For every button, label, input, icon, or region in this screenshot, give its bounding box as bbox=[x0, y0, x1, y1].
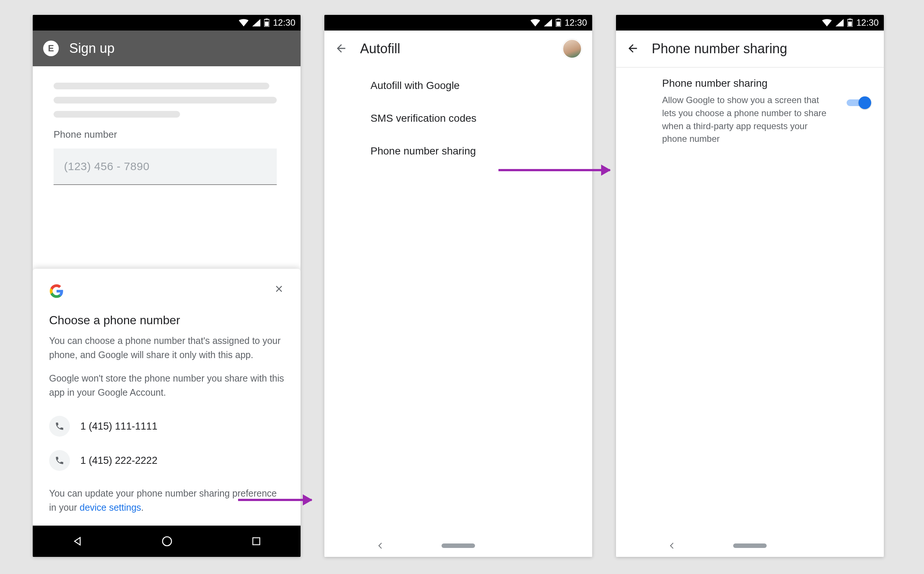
appbar-title: Autofill bbox=[360, 41, 400, 57]
wifi-icon bbox=[530, 19, 540, 27]
battery-icon bbox=[847, 19, 853, 27]
toggle-switch[interactable] bbox=[847, 95, 871, 110]
gesture-pill[interactable] bbox=[733, 544, 767, 548]
screen-phone-sharing-setting: 12:30 Phone number sharing Phone number … bbox=[616, 15, 884, 557]
phone-field-label: Phone number bbox=[53, 129, 280, 140]
status-bar: 12:30 bbox=[324, 15, 592, 30]
sheet-paragraph: Google won't store the phone number you … bbox=[49, 372, 284, 399]
phone-option-number: 1 (415) 111-1111 bbox=[80, 421, 157, 432]
settings-item-sms-codes[interactable]: SMS verification codes bbox=[324, 102, 592, 135]
phone-icon bbox=[49, 450, 70, 471]
google-logo-icon bbox=[49, 284, 64, 300]
setting-subtitle: Allow Google to show you a screen that l… bbox=[662, 94, 833, 145]
status-time: 12:30 bbox=[856, 17, 878, 28]
svg-rect-6 bbox=[557, 19, 559, 20]
back-button[interactable] bbox=[626, 42, 639, 56]
phone-picker-sheet: Choose a phone number You can choose a p… bbox=[33, 269, 300, 526]
gesture-bar bbox=[616, 535, 884, 557]
settings-item-autofill-google[interactable]: Autofill with Google bbox=[324, 69, 592, 102]
phone-input[interactable] bbox=[53, 148, 277, 185]
arrow-left-icon bbox=[626, 50, 639, 56]
appbar: E Sign up bbox=[33, 30, 300, 66]
phone-sharing-toggle-row[interactable]: Phone number sharing Allow Google to sho… bbox=[616, 67, 884, 156]
battery-icon bbox=[264, 19, 269, 27]
cell-signal-icon bbox=[836, 19, 844, 27]
wifi-icon bbox=[822, 19, 832, 27]
flow-arrow-icon bbox=[238, 499, 312, 501]
svg-rect-2 bbox=[265, 22, 269, 26]
settings-item-phone-sharing[interactable]: Phone number sharing bbox=[324, 135, 592, 167]
skeleton-line bbox=[53, 83, 269, 89]
screen-autofill-settings: 12:30 Autofill Autofill with Google SMS … bbox=[324, 15, 592, 557]
nav-bar bbox=[33, 526, 300, 557]
sheet-title: Choose a phone number bbox=[49, 314, 284, 327]
gesture-back[interactable] bbox=[668, 542, 676, 550]
skeleton-line bbox=[53, 111, 180, 118]
arrow-left-icon bbox=[335, 50, 347, 56]
svg-rect-1 bbox=[266, 19, 268, 20]
footnote-suffix: . bbox=[141, 502, 144, 512]
gesture-back[interactable] bbox=[376, 542, 385, 550]
skeleton-line bbox=[53, 97, 277, 104]
flow-arrow-icon bbox=[498, 169, 610, 171]
settings-item-label: SMS verification codes bbox=[371, 112, 476, 125]
svg-rect-9 bbox=[849, 19, 851, 20]
setting-title: Phone number sharing bbox=[662, 77, 833, 89]
appbar-title: Sign up bbox=[69, 41, 115, 56]
status-bar: 12:30 bbox=[33, 15, 300, 30]
settings-item-label: Phone number sharing bbox=[371, 145, 476, 157]
sheet-paragraph: You can choose a phone number that's ass… bbox=[49, 334, 284, 362]
gesture-pill[interactable] bbox=[442, 544, 475, 548]
appbar-title: Phone number sharing bbox=[652, 41, 787, 57]
cell-signal-icon bbox=[544, 19, 552, 27]
status-time: 12:30 bbox=[565, 17, 587, 28]
svg-rect-10 bbox=[848, 22, 852, 26]
appbar: Autofill bbox=[324, 30, 592, 67]
back-button[interactable] bbox=[335, 42, 347, 56]
phone-option[interactable]: 1 (415) 111-1111 bbox=[49, 409, 284, 443]
battery-icon bbox=[556, 19, 561, 27]
gesture-bar bbox=[324, 535, 592, 557]
nav-back-icon[interactable] bbox=[72, 536, 83, 547]
close-button[interactable] bbox=[274, 284, 284, 294]
signup-body: Phone number bbox=[33, 66, 300, 185]
wifi-icon bbox=[239, 19, 248, 27]
settings-list: Autofill with Google SMS verification co… bbox=[324, 67, 592, 167]
phone-option[interactable]: 1 (415) 222-2222 bbox=[49, 443, 284, 478]
status-bar: 12:30 bbox=[616, 15, 884, 30]
phone-option-number: 1 (415) 222-2222 bbox=[80, 455, 157, 467]
appbar: Phone number sharing bbox=[616, 30, 884, 67]
phone-icon bbox=[49, 416, 70, 437]
svg-rect-7 bbox=[556, 22, 560, 26]
account-avatar[interactable] bbox=[563, 39, 582, 58]
nav-home-icon[interactable] bbox=[161, 535, 173, 547]
nav-recent-icon[interactable] bbox=[251, 536, 261, 546]
screen-signup: 12:30 E Sign up Phone number bbox=[33, 15, 300, 557]
app-logo: E bbox=[43, 41, 59, 56]
device-settings-link[interactable]: device settings bbox=[80, 502, 141, 512]
switch-thumb bbox=[858, 96, 871, 109]
svg-point-3 bbox=[163, 537, 171, 546]
settings-item-label: Autofill with Google bbox=[371, 80, 460, 91]
cell-signal-icon bbox=[252, 19, 260, 27]
status-time: 12:30 bbox=[273, 17, 295, 28]
svg-rect-4 bbox=[253, 538, 260, 545]
